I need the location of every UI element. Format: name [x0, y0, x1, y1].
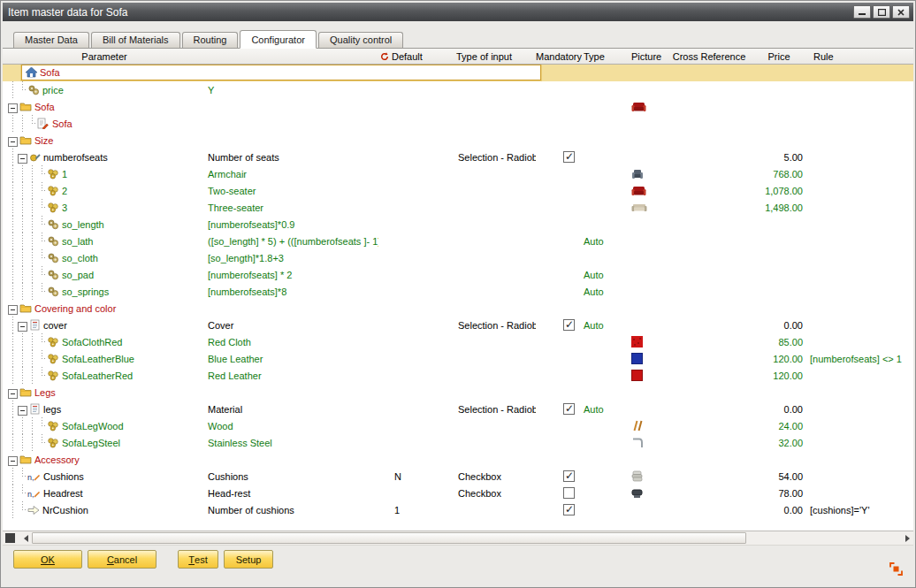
tree-guide — [8, 199, 18, 216]
mandatory-checkbox[interactable] — [563, 403, 575, 415]
table-row[interactable]: so_springs[numberofseats]*8Auto — [3, 283, 913, 300]
table-row[interactable]: Covering and color — [3, 300, 913, 317]
gears-icon — [47, 269, 59, 280]
column-header-mandatory[interactable]: Mandatory — [536, 49, 582, 65]
test-button[interactable]: Test — [178, 550, 218, 569]
table-row[interactable]: SofaClothRedRed Cloth85.00 — [3, 333, 913, 350]
tree-elbow — [18, 468, 27, 485]
collapse-toggle[interactable] — [18, 406, 27, 416]
tab-quality-control[interactable]: Quality control — [318, 32, 403, 48]
setup-button[interactable]: Setup — [224, 550, 273, 569]
tree-elbow — [37, 333, 47, 350]
table-row[interactable]: Size — [3, 132, 913, 149]
column-header-type-of-input[interactable]: Type of input — [449, 49, 536, 65]
table-row[interactable]: 1Armchair768.00 — [3, 165, 913, 182]
option-icon — [47, 168, 59, 179]
column-header-default[interactable]: Default — [378, 49, 449, 65]
table-row[interactable]: coverCoverSelection - RadioboxAuto0.00 — [3, 317, 913, 333]
picture-cell — [621, 401, 668, 417]
table-row[interactable]: NrCushionNumber of cushions10.00[cushion… — [3, 501, 913, 518]
tree-elbow — [37, 367, 47, 384]
picture-cell — [621, 501, 668, 518]
table-row[interactable]: priceY — [3, 81, 913, 98]
sofa-red-picture — [631, 186, 646, 196]
parameter-name: 3 — [62, 202, 67, 213]
collapse-toggle[interactable] — [18, 322, 27, 332]
collapse-toggle[interactable] — [8, 103, 18, 113]
table-row[interactable]: legsMaterialSelection - RadioboxAuto0.00 — [3, 401, 913, 417]
table-row[interactable]: so_length[numberofseats]*0.9 — [3, 216, 913, 233]
table-row[interactable]: 2Two-seater1,078.00 — [3, 182, 913, 199]
selected-parameter-editor[interactable]: Sofa — [21, 65, 541, 80]
table-row[interactable]: numberofseatsNumber of seatsSelection - … — [3, 149, 913, 165]
column-header-price[interactable]: Price — [750, 49, 808, 65]
mandatory-checkbox[interactable] — [563, 504, 575, 515]
horizontal-scrollbar[interactable] — [3, 531, 913, 546]
collapse-toggle[interactable] — [18, 154, 27, 164]
table-row[interactable]: so_pad[numberofseats] * 2Auto — [3, 266, 913, 283]
table-row[interactable]: Legs — [3, 384, 913, 401]
tree-guide — [18, 115, 27, 132]
rule-cell — [808, 485, 913, 501]
table-row[interactable]: SofaLegWoodWood24.00 — [3, 417, 913, 434]
scroll-left-button[interactable] — [19, 531, 32, 545]
table-row[interactable]: Accessory — [3, 451, 913, 468]
rule-cell — [808, 300, 913, 317]
tab-bill-of-materials[interactable]: Bill of Materials — [91, 32, 180, 48]
picture-cell — [621, 283, 668, 300]
price-cell: 0.00 — [750, 501, 808, 518]
minimize-button[interactable] — [853, 5, 871, 19]
column-header-cross-reference[interactable]: Cross Reference — [668, 49, 750, 65]
tab-configurator[interactable]: Configurator — [240, 30, 317, 49]
table-row[interactable]: Sofa — [3, 98, 913, 115]
scroll-right-button[interactable] — [901, 531, 913, 545]
tab-master-data[interactable]: Master Data — [13, 32, 89, 48]
gears-icon — [47, 252, 59, 263]
tree-guide — [27, 165, 37, 182]
collapse-toggle[interactable] — [8, 456, 18, 466]
column-header-picture[interactable]: Picture — [621, 49, 668, 65]
mandatory-checkbox[interactable] — [563, 319, 575, 331]
table-row[interactable]: SofaLeatherRedRed Leather120.00 — [3, 367, 913, 384]
ok-button[interactable]: OK — [13, 550, 82, 569]
right-arrow-icon — [905, 535, 910, 542]
rule-cell — [808, 451, 913, 468]
table-row[interactable]: n,CushionsCushionsNCheckbox54.00 — [3, 468, 913, 485]
table-row[interactable]: SofaLegSteelStainless Steel32.00 — [3, 434, 913, 451]
table-row[interactable]: Sofa — [3, 115, 913, 132]
maximize-button[interactable] — [873, 5, 890, 19]
table-row[interactable]: Sofa — [3, 65, 913, 81]
table-row[interactable]: so_cloth[so_length]*1.8+3 — [3, 249, 913, 266]
type-of-input-cell — [449, 249, 536, 266]
tab-label: Routing — [194, 34, 227, 45]
tree-guide — [18, 350, 27, 367]
tree-guide — [27, 182, 37, 199]
collapse-toggle[interactable] — [8, 389, 18, 399]
cancel-button[interactable]: Cancel — [88, 550, 156, 569]
mandatory-checkbox[interactable] — [563, 470, 575, 482]
close-button[interactable] — [892, 5, 910, 19]
column-header-parameter[interactable]: Parameter — [3, 49, 206, 65]
column-header-rule[interactable]: Rule — [808, 49, 913, 65]
resize-corner-icon[interactable] — [889, 562, 903, 579]
price-cell-text: 0.00 — [784, 320, 803, 331]
tab-routing[interactable]: Routing — [182, 32, 239, 48]
description-cell-text: [so_length]*1.8+3 — [208, 253, 284, 263]
collapse-toggle[interactable] — [8, 137, 18, 147]
collapse-toggle[interactable] — [8, 305, 18, 315]
table-row[interactable]: n,HeadrestHead-restCheckbox78.00 — [3, 485, 913, 501]
table-row[interactable]: SofaLeatherBlueBlue Leather120.00[number… — [3, 350, 913, 367]
description-cell-text: Cushions — [208, 471, 248, 482]
description-cell: [so_length]*1.8+3 — [206, 249, 378, 266]
mandatory-checkbox[interactable] — [563, 151, 575, 163]
rule-cell — [808, 417, 913, 434]
splitter-handle[interactable] — [5, 533, 15, 543]
column-header-type[interactable]: Type — [582, 49, 621, 65]
table-row[interactable]: so_lath([so_length] * 5) + (([numberofse… — [3, 233, 913, 249]
tree-guide — [27, 233, 37, 249]
cross-reference-cell — [668, 401, 750, 417]
table-row[interactable]: 3Three-seater1,498.00 — [3, 199, 913, 216]
scrollbar-thumb[interactable] — [32, 532, 746, 544]
mandatory-checkbox[interactable] — [563, 487, 575, 499]
tree-guide — [8, 501, 18, 518]
